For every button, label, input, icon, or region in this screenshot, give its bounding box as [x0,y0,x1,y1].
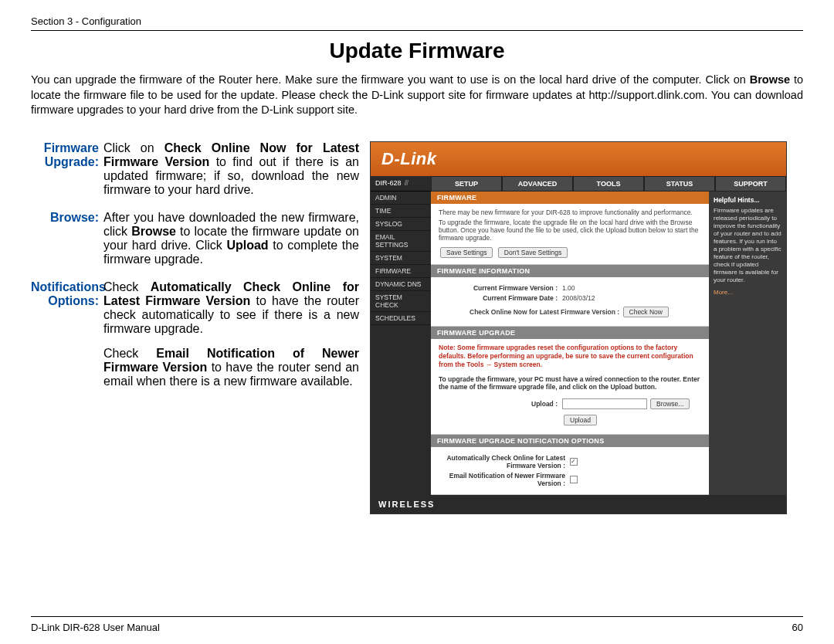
upgrade-instructions: To upgrade the firmware, your PC must ha… [439,375,701,391]
def-browse: Browse: After you have downloaded the ne… [31,211,359,266]
fwupgrade-body: Note: Some firmware upgrades reset the c… [431,339,709,435]
tab-status[interactable]: STATUS [644,176,715,192]
def-label-line1: Browse: [50,211,99,224]
t-bold: Browse [131,225,176,238]
router-sidebar: ADMIN TIME SYSLOG EMAIL SETTINGS SYSTEM … [371,192,431,495]
hints-title: Helpful Hints... [714,196,781,205]
router-screenshot-column: D-Link DIR-628 /// SETUP ADVANCED TOOLS … [370,141,803,514]
model-slashes: /// [405,179,409,187]
def-label-line2: Options: [48,294,99,307]
sidebar-item-system[interactable]: SYSTEM [371,252,431,265]
def-text: After you have downloaded the new firmwa… [103,211,359,266]
def-firmware-upgrade: Firmware Upgrade: Click on Check Online … [31,141,359,197]
def-text: Check Automatically Check Online for Lat… [103,280,359,388]
tab-setup[interactable]: SETUP [431,176,502,192]
router-main: FIRMWARE There may be new firmware for y… [431,192,709,495]
email-notify-checkbox[interactable] [570,476,578,483]
upload-file-input[interactable] [562,398,647,409]
section-fwupgrade-head: FIRMWARE UPGRADE [431,327,709,339]
upload-label: Upload : [439,400,562,408]
sidebar-item-email[interactable]: EMAIL SETTINGS [371,231,431,252]
router-brand-bar: D-Link [371,142,786,176]
tab-tools[interactable]: TOOLS [573,176,644,192]
tab-support[interactable]: SUPPORT [715,176,786,192]
sidebar-item-syslog[interactable]: SYSLOG [371,218,431,231]
sidebar-item-schedules[interactable]: SCHEDULES [371,312,431,325]
sidebar-item-syscheck[interactable]: SYSTEM CHECK [371,291,431,312]
email-notify-label: Email Notification of Newer Firmware Ver… [439,472,570,487]
sidebar-item-time[interactable]: TIME [371,205,431,218]
fwinfo-body: Current Firmware Version :1.00 Current F… [431,277,709,327]
cur-date-value: 2008/03/12 [562,294,595,302]
t: Check [103,347,156,360]
def-text: Click on Check Online Now for Latest Fir… [103,141,359,197]
wireless-bar: WIRELESS [371,495,786,514]
router-model: DIR-628 /// [371,176,431,192]
cur-ver-label: Current Firmware Version : [439,284,562,292]
header-divider [31,30,803,31]
sidebar-item-firmware[interactable]: FIRMWARE [371,265,431,278]
t-bold: Upload [226,239,268,252]
def-notifications: Notifications Options: Check Automatical… [31,280,359,388]
notify-body: Automatically Check Online for Latest Fi… [431,447,709,495]
model-text: DIR-628 [375,179,402,187]
upload-button[interactable]: Upload [564,415,597,425]
hints-body: Firmware updates are released periodical… [714,207,781,284]
intro-paragraph: You can upgrade the firmware of the Rout… [31,73,803,118]
auto-check-label: Automatically Check Online for Latest Fi… [439,454,570,469]
section-firmware-head: FIRMWARE [431,192,709,204]
def-label-line1: Firmware [44,141,99,154]
def-label: Browse: [31,211,103,266]
router-body: ADMIN TIME SYSLOG EMAIL SETTINGS SYSTEM … [371,192,786,495]
sidebar-item-ddns[interactable]: DYNAMIC DNS [371,278,431,291]
router-hints: Helpful Hints... Firmware updates are re… [709,192,786,495]
page-title: Update Firmware [31,39,803,63]
check-now-button[interactable]: Check Now [623,307,669,317]
section-fwinfo-head: FIRMWARE INFORMATION [431,265,709,277]
hints-more-link[interactable]: More... [714,289,733,296]
section-header: Section 3 - Configuration [31,15,803,27]
intro-a: You can upgrade the firmware of the Rout… [31,73,750,86]
section-notify-head: FIRMWARE UPGRADE NOTIFICATION OPTIONS [431,435,709,447]
sidebar-item-admin[interactable]: ADMIN [371,192,431,205]
def-label: Notifications Options: [31,280,103,388]
browse-button[interactable]: Browse... [650,398,690,409]
cur-ver-value: 1.00 [562,284,575,292]
dont-save-settings-button[interactable]: Don't Save Settings [498,247,568,258]
def-label: Firmware Upgrade: [31,141,103,197]
router-ui: D-Link DIR-628 /// SETUP ADVANCED TOOLS … [370,141,787,514]
footer-right: 60 [792,622,803,633]
def-label-line2: Upgrade: [45,155,99,168]
t: Check [103,280,151,293]
definitions-column: Firmware Upgrade: Click on Check Online … [31,141,359,514]
cur-date-label: Current Firmware Date : [439,294,562,302]
upgrade-warning: Note: Some firmware upgrades reset the c… [439,344,701,369]
page-footer: D-Link DIR-628 User Manual 60 [31,616,803,633]
tab-advanced[interactable]: ADVANCED [502,176,573,192]
firmware-intro-body: There may be new firmware for your DIR-6… [431,204,709,265]
save-settings-button[interactable]: Save Settings [440,247,493,258]
intro-browse-bold: Browse [750,73,790,86]
fw-intro1: There may be new firmware for your DIR-6… [439,208,701,216]
fw-intro2: To upgrade the firmware, locate the upgr… [439,219,701,242]
t: Click on [103,141,164,154]
def-label-line1: Notifications [31,280,106,293]
auto-check-checkbox[interactable] [570,458,578,466]
content-row: Firmware Upgrade: Click on Check Online … [31,141,803,514]
check-online-label: Check Online Now for Latest Firmware Ver… [470,308,619,316]
footer-left: D-Link DIR-628 User Manual [31,622,160,633]
router-tabs: SETUP ADVANCED TOOLS STATUS SUPPORT [431,176,786,192]
